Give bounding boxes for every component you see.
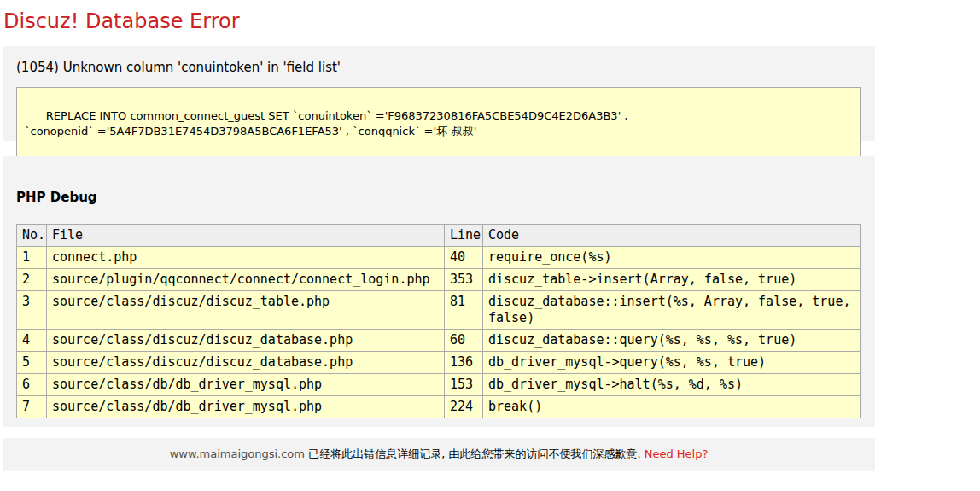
table-row: 5 source/class/discuz/discuz_database.ph… xyxy=(17,352,860,373)
cell-no: 2 xyxy=(17,269,46,290)
cell-code: discuz_table->insert(Array, false, true) xyxy=(483,269,860,290)
cell-line: 40 xyxy=(445,247,482,268)
cell-no: 5 xyxy=(17,352,46,373)
cell-line: 136 xyxy=(445,352,482,373)
site-link[interactable]: www.maimaigongsi.com xyxy=(170,447,305,460)
table-row: 3 source/class/discuz/discuz_table.php 8… xyxy=(17,291,860,329)
cell-file: source/class/db/db_driver_mysql.php xyxy=(47,374,444,395)
debug-table-header-row: No. File Line Code xyxy=(17,225,860,246)
cell-code: break() xyxy=(483,396,860,418)
table-row: 6 source/class/db/db_driver_mysql.php 15… xyxy=(17,374,860,395)
cell-no: 1 xyxy=(17,247,46,268)
table-row: 7 source/class/db/db_driver_mysql.php 22… xyxy=(17,396,860,418)
cell-no: 3 xyxy=(17,291,46,329)
table-row: 2 source/plugin/qqconnect/connect/connec… xyxy=(17,269,860,290)
footer-panel: www.maimaigongsi.com 已经将此出错信息详细记录, 由此给您带… xyxy=(3,438,875,471)
sql-query-box: REPLACE INTO common_connect_guest SET `c… xyxy=(16,87,861,161)
cell-code: discuz_database::insert(%s, Array, false… xyxy=(483,291,860,329)
cell-code: db_driver_mysql->query(%s, %s, true) xyxy=(483,352,860,373)
cell-file: source/plugin/qqconnect/connect/connect_… xyxy=(47,269,444,290)
cell-file: connect.php xyxy=(47,247,444,268)
cell-file: source/class/discuz/discuz_table.php xyxy=(47,291,444,329)
column-header-no: No. xyxy=(17,225,46,246)
cell-line: 224 xyxy=(445,396,482,418)
page-title: Discuz! Database Error xyxy=(3,9,240,34)
cell-line: 81 xyxy=(445,291,482,329)
column-header-file: File xyxy=(47,225,444,246)
php-debug-heading: PHP Debug xyxy=(16,190,861,206)
cell-code: require_once(%s) xyxy=(483,247,860,268)
cell-file: source/class/db/db_driver_mysql.php xyxy=(47,396,444,418)
error-message: (1054) Unknown column 'conuintoken' in '… xyxy=(16,59,861,76)
error-summary-panel: (1054) Unknown column 'conuintoken' in '… xyxy=(3,46,875,141)
table-row: 1 connect.php 40 require_once(%s) xyxy=(17,247,860,268)
column-header-code: Code xyxy=(483,225,860,246)
sql-query-text: REPLACE INTO common_connect_guest SET `c… xyxy=(25,109,627,137)
table-row: 4 source/class/discuz/discuz_database.ph… xyxy=(17,330,860,351)
discuz-error-page: Discuz! Database Error (1054) Unknown co… xyxy=(0,0,980,491)
cell-line: 60 xyxy=(445,330,482,351)
cell-no: 6 xyxy=(17,374,46,395)
footer-message: 已经将此出错信息详细记录, 由此给您带来的访问不便我们深感歉意. xyxy=(308,447,640,460)
need-help-link[interactable]: Need Help? xyxy=(645,447,709,460)
cell-code: db_driver_mysql->halt(%s, %d, %s) xyxy=(483,374,860,395)
cell-file: source/class/discuz/discuz_database.php xyxy=(47,352,444,373)
cell-line: 153 xyxy=(445,374,482,395)
cell-no: 4 xyxy=(17,330,46,351)
debug-table: No. File Line Code 1 connect.php 40 requ… xyxy=(16,224,861,418)
cell-file: source/class/discuz/discuz_database.php xyxy=(47,330,444,351)
cell-code: discuz_database::query(%s, %s, %s, true) xyxy=(483,330,860,351)
cell-no: 7 xyxy=(17,396,46,418)
cell-line: 353 xyxy=(445,269,482,290)
column-header-line: Line xyxy=(445,225,482,246)
php-debug-panel: PHP Debug No. File Line Code 1 connect.p… xyxy=(3,156,875,427)
